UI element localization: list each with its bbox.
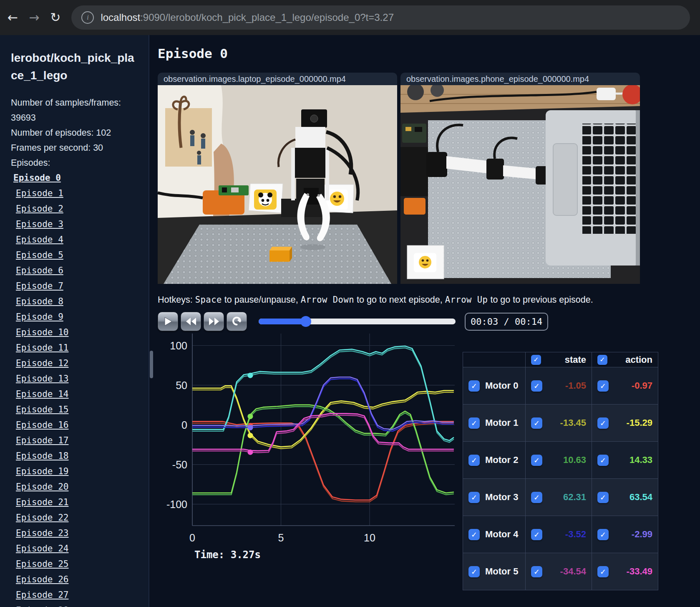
seek-slider[interactable]	[259, 319, 456, 324]
fast-forward-button[interactable]	[204, 312, 224, 331]
sidebar-episode-link[interactable]: Episode 22	[16, 513, 68, 523]
sidebar-episode-link[interactable]: Episode 28	[16, 605, 68, 607]
state-column-checkbox[interactable]: ✓	[531, 355, 541, 365]
checkbox[interactable]: ✓	[531, 455, 542, 466]
motor-table: ✓ state ✓ action ✓Motor 0✓-1.05✓-0.97✓Mo…	[463, 352, 658, 590]
sidebar-episode-link[interactable]: Episode 3	[16, 219, 63, 229]
scrollbar-thumb[interactable]	[150, 351, 153, 378]
sidebar-episode-link[interactable]: Episode 26	[16, 574, 68, 584]
checkbox[interactable]: ✓	[597, 380, 609, 392]
checkbox[interactable]: ✓	[531, 380, 542, 392]
motor-name: Motor 2	[485, 455, 518, 465]
sidebar-episode-link[interactable]: Episode 21	[16, 497, 68, 507]
sidebar-episode-link[interactable]: Episode 5	[16, 250, 63, 260]
sidebar-episode-link[interactable]: Episode 12	[16, 358, 68, 368]
play-button[interactable]	[158, 312, 178, 331]
loop-button[interactable]	[227, 312, 247, 331]
back-icon[interactable]: ←	[8, 11, 18, 24]
checkbox[interactable]: ✓	[531, 529, 542, 540]
sidebar-episode-link[interactable]: Episode 11	[16, 343, 68, 353]
chart-time-label: Time: 3.27s	[194, 549, 461, 561]
motor-table-row: ✓Motor 2✓10.63✓14.33	[463, 442, 658, 479]
time-marker-dot	[247, 373, 253, 378]
sidebar-episode-link[interactable]: Episode 15	[16, 405, 68, 415]
sidebar-episode-link[interactable]: Episode 25	[16, 559, 68, 569]
y-tick-label: 0	[181, 419, 187, 431]
motor-name: Motor 0	[485, 380, 518, 391]
hotkey-key: Arrow Up	[445, 295, 488, 305]
motor-table-row: ✓Motor 4✓-3.52✓-2.99	[463, 516, 658, 553]
hotkeys-text: to pause/unpause,	[222, 295, 301, 305]
sidebar-episode-link[interactable]: Episode 14	[16, 389, 68, 399]
sidebar-episode-link[interactable]: Episode 1	[16, 188, 63, 198]
checkbox[interactable]: ✓	[468, 417, 480, 429]
checkbox[interactable]: ✓	[597, 529, 609, 540]
checkbox[interactable]: ✓	[468, 566, 480, 577]
sidebar-episode-link[interactable]: Episode 18	[16, 451, 68, 461]
checkbox[interactable]: ✓	[468, 529, 480, 540]
video-label-phone: observation.images.phone_episode_000000.…	[400, 73, 640, 85]
sidebar-episode-link[interactable]: Episode 10	[16, 327, 68, 337]
sidebar-episode-link[interactable]: Episode 7	[16, 281, 63, 291]
motor-state-value: -3.52	[565, 529, 586, 540]
forward-icon[interactable]: →	[29, 11, 39, 24]
checkbox[interactable]: ✓	[531, 492, 542, 503]
site-info-icon[interactable]: i	[81, 11, 94, 24]
seek-slider-fill	[259, 319, 306, 324]
sidebar-episode-link[interactable]: Episode 6	[16, 266, 63, 276]
sidebar-episode-link[interactable]: Episode 16	[16, 420, 68, 430]
motor-name: Motor 4	[485, 529, 518, 540]
sidebar-episode-link[interactable]: Episode 19	[16, 466, 68, 476]
checkbox[interactable]: ✓	[468, 455, 480, 466]
sidebar-episode-link[interactable]: Episode 0	[13, 173, 61, 183]
motor-name: Motor 3	[485, 492, 518, 503]
checkbox[interactable]: ✓	[597, 492, 609, 503]
reload-icon[interactable]: ↻	[50, 11, 60, 24]
checkbox[interactable]: ✓	[468, 380, 480, 392]
motor-chart[interactable]: 100500-50-1000510	[158, 334, 461, 546]
series-action-motor-0	[192, 422, 454, 500]
laptop	[546, 110, 640, 266]
sidebar-episode-link[interactable]: Episode 8	[16, 296, 63, 306]
sidebar-episode-link[interactable]: Episode 27	[16, 590, 68, 600]
motor-state-value: -34.54	[560, 566, 586, 577]
action-column-header: action	[625, 354, 652, 365]
episodes-label: Episodes:	[11, 155, 124, 170]
url-bar[interactable]: i localhost:9090/lerobot/koch_pick_place…	[71, 5, 690, 30]
seek-slider-thumb[interactable]	[300, 316, 311, 327]
phone-video[interactable]	[400, 85, 640, 284]
sidebar-episode-link[interactable]: Episode 20	[16, 482, 68, 492]
action-column-checkbox[interactable]: ✓	[597, 355, 607, 365]
checkbox[interactable]: ✓	[597, 455, 609, 466]
dataset-title: lerobot/koch_pick_place_1_lego	[11, 49, 138, 84]
sidebar-episode-link[interactable]: Episode 23	[16, 528, 68, 538]
sidebar-episode-link[interactable]: Episode 4	[16, 235, 63, 245]
sidebar-episode-link[interactable]: Episode 13	[16, 374, 68, 384]
x-tick-label: 5	[278, 532, 284, 544]
sidebar-episode-link[interactable]: Episode 9	[16, 312, 63, 322]
checkbox[interactable]: ✓	[597, 417, 609, 429]
url-text: localhost:9090/lerobot/koch_pick_place_1…	[101, 12, 394, 23]
circuit-boards	[400, 124, 428, 215]
panda-box	[249, 184, 283, 213]
sidebar-episode-link[interactable]: Episode 17	[16, 435, 68, 445]
hotkeys-line: Hotkeys: Space to pause/unpause, Arrow D…	[158, 295, 700, 305]
fps-info: Frames per second: 30	[11, 140, 124, 155]
browser-toolbar: ← → ↻ i localhost:9090/lerobot/koch_pick…	[0, 0, 700, 35]
motor-action-value: -15.29	[627, 417, 652, 428]
rewind-button[interactable]	[181, 312, 201, 331]
laptop-video[interactable]	[158, 85, 397, 284]
checkbox[interactable]: ✓	[468, 492, 480, 503]
url-host: localhost	[101, 12, 140, 23]
checkbox[interactable]: ✓	[531, 566, 542, 577]
episode-list: Episode 0Episode 1Episode 2Episode 3Epis…	[11, 173, 149, 607]
checkbox[interactable]: ✓	[597, 566, 609, 577]
chart-area: 100500-50-1000510 Time: 3.27s	[158, 334, 461, 561]
sidebar-episode-link[interactable]: Episode 2	[16, 204, 63, 214]
hotkeys-text: to go to previous episode.	[488, 295, 593, 305]
sidebar-episode-link[interactable]: Episode 24	[16, 544, 68, 554]
motor-action-value: -2.99	[632, 529, 652, 540]
motor-action-value: 63.54	[629, 492, 652, 503]
checkbox[interactable]: ✓	[531, 417, 542, 429]
table-corner-cell	[463, 352, 526, 367]
